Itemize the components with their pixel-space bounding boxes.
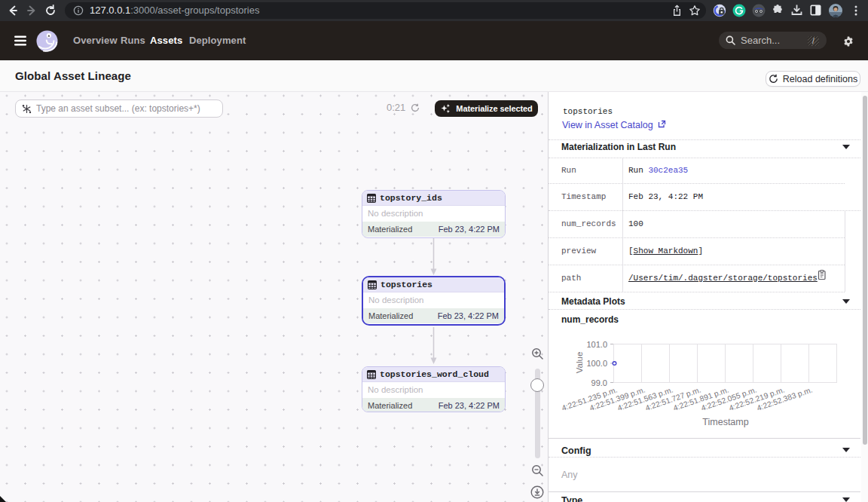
svg-text:Timestamp: Timestamp — [702, 417, 748, 427]
svg-text:Value: Value — [575, 352, 584, 374]
svg-text:100.0: 100.0 — [586, 359, 607, 368]
svg-text:99.0: 99.0 — [591, 378, 607, 387]
svg-text:101.0: 101.0 — [586, 341, 607, 349]
